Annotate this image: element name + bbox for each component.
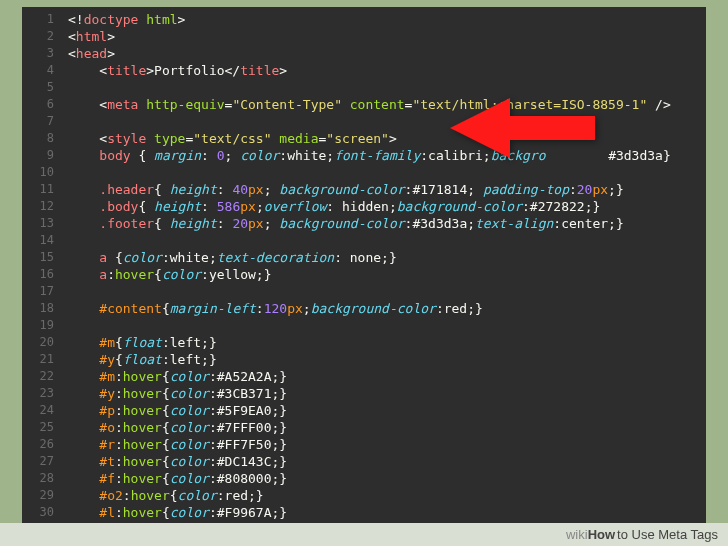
code-line: [64, 283, 706, 300]
line-number: 30: [22, 504, 64, 521]
code-line: .header{ height: 40px; background-color:…: [64, 181, 706, 198]
line-number: 18: [22, 300, 64, 317]
code-line: [64, 232, 706, 249]
code-editor: 1234567891011121314151617181920212223242…: [22, 7, 706, 523]
line-number: 3: [22, 45, 64, 62]
code-area: <!doctype html><html><head> <title>Portf…: [64, 7, 706, 523]
code-line: .body{ height: 586px;overflow: hidden;ba…: [64, 198, 706, 215]
footer-wiki: wiki: [566, 527, 588, 542]
line-number: 28: [22, 470, 64, 487]
line-number: 2: [22, 28, 64, 45]
code-line: #m:hover{color:#A52A2A;}: [64, 368, 706, 385]
code-line: #y:hover{color:#3CB371;}: [64, 385, 706, 402]
line-number: 5: [22, 79, 64, 96]
code-line: [64, 317, 706, 334]
code-line: a {color:white;text-decoration: none;}: [64, 249, 706, 266]
code-line: #o:hover{color:#7FFF00;}: [64, 419, 706, 436]
code-line: <html>: [64, 28, 706, 45]
code-line: <style type="text/css" media="screen">: [64, 130, 706, 147]
code-line: <meta http-equiv="Content-Type" content=…: [64, 96, 706, 113]
code-line: <head>: [64, 45, 706, 62]
code-line: #l:hover{color:#F9967A;}: [64, 504, 706, 521]
line-number: 22: [22, 368, 64, 385]
line-number: 17: [22, 283, 64, 300]
line-number: 4: [22, 62, 64, 79]
code-line: <title>Portfolio</title>: [64, 62, 706, 79]
pointer-arrow: [450, 88, 600, 191]
line-number: 14: [22, 232, 64, 249]
code-line: #f:hover{color:#808000;}: [64, 470, 706, 487]
code-line: #p:hover{color:#5F9EA0;}: [64, 402, 706, 419]
line-number: 24: [22, 402, 64, 419]
line-number: 12: [22, 198, 64, 215]
line-number: 10: [22, 164, 64, 181]
code-line: .footer{ height: 20px; background-color:…: [64, 215, 706, 232]
line-number: 6: [22, 96, 64, 113]
line-number: 23: [22, 385, 64, 402]
line-number: 16: [22, 266, 64, 283]
line-number: 27: [22, 453, 64, 470]
code-line: #o2:hover{color:red;}: [64, 487, 706, 504]
code-line: [64, 164, 706, 181]
line-number: 20: [22, 334, 64, 351]
code-line: a:hover{color:yellow;}: [64, 266, 706, 283]
line-number: 11: [22, 181, 64, 198]
code-line: #content{margin-left:120px;background-co…: [64, 300, 706, 317]
footer-title: to Use Meta Tags: [617, 527, 718, 542]
line-number: 29: [22, 487, 64, 504]
line-number: 19: [22, 317, 64, 334]
code-line: #t:hover{color:#DC143C;}: [64, 453, 706, 470]
footer-how: How: [588, 527, 615, 542]
line-number: 13: [22, 215, 64, 232]
code-line: #r:hover{color:#FF7F50;}: [64, 436, 706, 453]
code-line: body { margin: 0; color:white;font-famil…: [64, 147, 706, 164]
line-number: 21: [22, 351, 64, 368]
code-line: #y{float:left;}: [64, 351, 706, 368]
line-number: 7: [22, 113, 64, 130]
line-number: 26: [22, 436, 64, 453]
line-number: 1: [22, 11, 64, 28]
code-line: [64, 79, 706, 96]
code-line: [64, 113, 706, 130]
svg-marker-0: [450, 98, 595, 158]
line-number: 15: [22, 249, 64, 266]
code-line: <!doctype html>: [64, 11, 706, 28]
code-line: #m{float:left;}: [64, 334, 706, 351]
line-gutter: 1234567891011121314151617181920212223242…: [22, 7, 64, 523]
line-number: 25: [22, 419, 64, 436]
line-number: 9: [22, 147, 64, 164]
footer-bar: wikiHow to Use Meta Tags: [0, 523, 728, 546]
line-number: 8: [22, 130, 64, 147]
